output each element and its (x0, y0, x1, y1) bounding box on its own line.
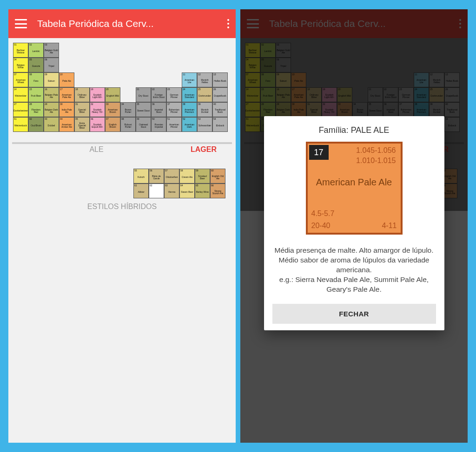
beer-cell[interactable]: 41Weizenbock (13, 117, 28, 132)
beer-cell[interactable]: 35Sweet Stout (136, 102, 151, 117)
beer-cell[interactable]: 62 (149, 183, 164, 198)
beer-cell[interactable]: 61Altbier (133, 183, 149, 198)
close-button[interactable]: FECHAR (272, 304, 436, 324)
app-title: Tabela Periódica da Cerv... (37, 18, 222, 29)
beer-cell[interactable]: 08Faro (28, 72, 44, 87)
beer-cell[interactable]: 66Strong Scotch Ale (210, 183, 225, 198)
beer-fg: 1.010-1.015 (356, 157, 396, 165)
beer-cell[interactable]: 13Helles Bock (212, 72, 228, 87)
phone-left: Tabela Periódica da Cerv... 01Berliner W… (8, 9, 236, 443)
beer-cell[interactable]: 03Belgian Gold Ale (44, 43, 59, 58)
beer-cell[interactable]: 02Lambic (28, 43, 44, 58)
main-content: 01Berliner Weisse02Lambic03Belgian Gold … (8, 38, 236, 211)
beer-cell[interactable]: 25Dortmunder (197, 87, 212, 102)
app-bar: Tabela Periódica da Cerv... (8, 9, 236, 38)
beer-cell[interactable]: 32Scottish Heavy 70/- (90, 102, 105, 117)
ale-label[interactable]: ALE (15, 145, 178, 154)
beer-cell[interactable]: 44American Amber Ale (59, 117, 74, 132)
menu-icon[interactable] (15, 19, 27, 28)
beer-og: 1.045-1.056 (356, 146, 396, 155)
beer-number: 17 (309, 145, 329, 160)
beer-card: 17 1.045-1.056 1.010-1.015 American Pale… (306, 142, 403, 235)
beer-cell[interactable]: 11American Lite (182, 72, 197, 87)
beer-cell[interactable]: 06Tripel (44, 58, 59, 72)
beer-detail-dialog: Família: PALE ALE 17 1.045-1.056 1.010-1… (264, 116, 444, 330)
beer-cell[interactable]: 28Flanders Red (28, 102, 44, 117)
beer-cell[interactable]: 27Dunkelweizen (13, 102, 28, 117)
beer-cell[interactable]: 42Oud Bruin (28, 117, 44, 132)
beer-cell[interactable]: 60English Old Ale (210, 169, 225, 183)
section-labels: ALE LAGER (15, 145, 229, 154)
lager-label[interactable]: LAGER (178, 145, 229, 154)
beer-cell[interactable]: 16Belgian Pale Ale (44, 87, 59, 102)
beer-cell[interactable]: 24American Standard (182, 87, 197, 102)
beer-cell[interactable]: 50Russian Imperial (151, 117, 166, 132)
beer-cell[interactable]: 39Munich Dunkel (197, 102, 212, 117)
beer-cell[interactable]: 54Eisbock (212, 117, 228, 132)
beer-cell[interactable]: 58Cream Ale (179, 169, 195, 183)
beer-cell[interactable]: 37Bohemian Pilsner (166, 102, 182, 117)
beer-name: American Pale Ale (308, 177, 401, 188)
beer-cell[interactable]: 57Oktoberfest (164, 169, 179, 183)
beer-cell[interactable]: 17American Pale Ale (59, 87, 74, 102)
beer-cell[interactable]: 07American Wheat (13, 72, 28, 87)
beer-cell[interactable]: 47English Brown (105, 117, 120, 132)
beer-cell[interactable]: 01Berliner Weisse (13, 43, 28, 58)
beer-ibu: 20-40 (311, 222, 331, 230)
hybrid-label[interactable]: ESTILOS HÍBRIDOS (10, 203, 234, 211)
beer-cell[interactable]: 34Brown Porter (120, 102, 136, 117)
beer-cell[interactable]: 15Fruit Beer (28, 87, 44, 102)
dialog-title: Família: PALE ALE (272, 125, 436, 135)
beer-cell[interactable]: 23German Pilsner (166, 87, 182, 102)
beer-cell[interactable]: 26Doppelbock (212, 87, 228, 102)
beer-cell[interactable]: 59Smoked Beer (195, 169, 210, 183)
beer-cell[interactable]: 49Oatmeal Stout (136, 117, 151, 132)
beer-cell[interactable]: 64Steam Beer (179, 183, 195, 198)
beer-cell[interactable]: 18Ordinary Bitter (74, 87, 90, 102)
beer-cell[interactable]: 65Barley Wine (195, 183, 210, 198)
beer-cell[interactable]: 29Belgian Dark Ale (44, 102, 59, 117)
beer-cell[interactable]: 05Gueuze (28, 58, 44, 72)
overflow-menu-icon[interactable] (227, 19, 229, 28)
beer-abv: 4.5-5.7 (311, 210, 335, 218)
beer-cell[interactable]: 19Scottish Light 60/- (90, 87, 105, 102)
beer-cell[interactable]: 51American Pilsner (166, 117, 182, 132)
beer-cell[interactable]: 48Robust Porter (120, 117, 136, 132)
beer-cell[interactable]: 53Schwarzbier (197, 117, 212, 132)
dialog-description: Média presença de malte. Alto amargor de… (272, 246, 436, 295)
hybrid-table: 55Kolsch56Bière de Garde57Oktoberfest58C… (10, 169, 234, 199)
beer-cell[interactable]: 14Weizenbier (13, 87, 28, 102)
beer-cell[interactable]: 40Traditional Bock (212, 102, 228, 117)
beer-cell[interactable]: 09Saison (44, 72, 59, 87)
beer-cell[interactable]: 30India Pale Ale (59, 102, 74, 117)
beer-cell[interactable]: 10Pale Ale (59, 72, 74, 87)
phone-right: Tabela Periódica da Cerv... 01Berliner W… (240, 9, 468, 443)
beer-cell[interactable]: 45Extra Special Bitter (74, 117, 90, 132)
beer-cell[interactable]: 20English Mild (105, 87, 120, 102)
beer-cell[interactable]: 55Kolsch (133, 169, 149, 183)
beer-cell[interactable]: 33American Brown (105, 102, 120, 117)
periodic-table: 01Berliner Weisse02Lambic03Belgian Gold … (12, 43, 232, 143)
beer-cell[interactable]: 63Vienna (164, 183, 179, 198)
beer-cell[interactable]: 04Belgian White (13, 58, 28, 72)
beer-srm: 4-11 (382, 222, 397, 230)
beer-cell[interactable]: 56Bière de Garde (149, 169, 164, 183)
beer-cell[interactable]: 12Munich Helles (197, 72, 212, 87)
beer-cell[interactable]: 36Imperial Stout (151, 102, 166, 117)
beer-cell[interactable]: 43Dubbel (44, 117, 59, 132)
beer-cell[interactable]: 21Dry Stout (136, 87, 151, 102)
beer-cell[interactable]: 46Scottish Export 80/- (90, 117, 105, 132)
beer-cell[interactable]: 22Foreign Extra Stout (151, 87, 166, 102)
beer-cell[interactable]: 38American Premium (182, 102, 197, 117)
beer-cell[interactable]: 31Special Bitter (74, 102, 90, 117)
beer-cell[interactable]: 52American Dark (182, 117, 197, 132)
